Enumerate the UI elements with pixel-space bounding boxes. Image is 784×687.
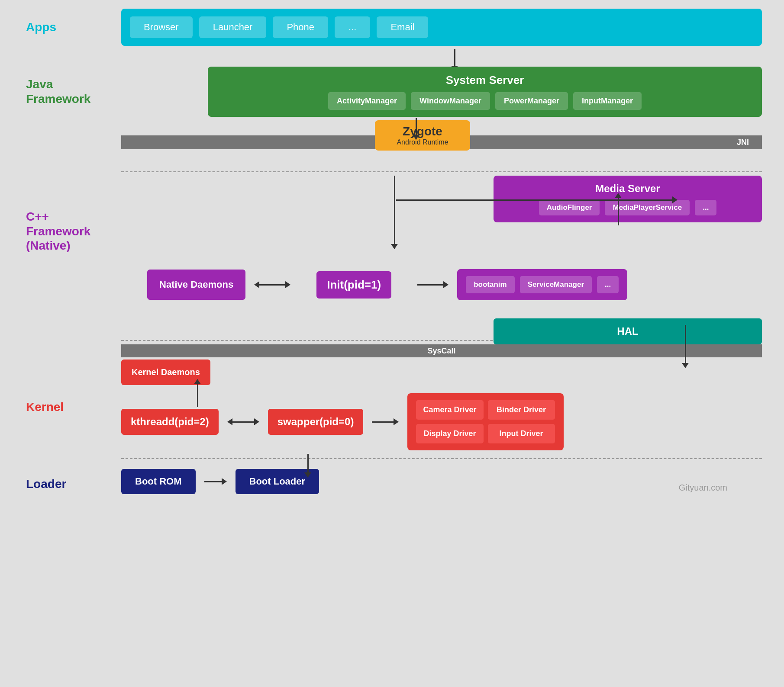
kthreadd-box: kthreadd(pid=2): [121, 409, 219, 435]
apps-bar: Browser Launcher Phone ... Email: [121, 9, 762, 46]
arrow-bootrom-bootloader: [204, 478, 227, 485]
arrow-init-mediaserver: [618, 197, 619, 225]
init-row: Native Daemons Init(pid=1): [121, 269, 762, 305]
app-browser: Browser: [130, 16, 193, 38]
app-phone: Phone: [273, 16, 328, 38]
arrow-init-services: [417, 281, 448, 288]
arrow-swapper-down: [307, 454, 309, 473]
swapper-box: swapper(pid=0): [268, 409, 364, 435]
arrow-zygote-init: [394, 176, 395, 245]
system-server-items: ActivityManager WindowManager PowerManag…: [218, 92, 752, 110]
loader-layer: Loader Boot ROM: [26, 462, 762, 506]
driver-input: Input Driver: [488, 424, 555, 443]
hal-box-wrapper: HAL: [494, 314, 762, 344]
arrow-kthreadd-swapper: [227, 418, 259, 425]
driver-display: Display Driver: [416, 424, 483, 443]
svc-servicemanager: ServiceManager: [520, 276, 592, 293]
media-server-box: Media Server AudioFlinger MediaPlayerSer…: [494, 176, 762, 222]
loader-label: Loader: [26, 477, 113, 491]
arrow-apps-to-ss: [121, 49, 762, 67]
app-launcher: Launcher: [199, 16, 267, 38]
ss-window: WindowManager: [411, 92, 490, 110]
media-server-title: Media Server: [504, 183, 752, 195]
kernel-content: Kernel Daemons kthreadd(pid=2): [121, 360, 762, 455]
jni-label: JNI: [737, 138, 749, 147]
ss-power: PowerManager: [495, 92, 568, 110]
native-daemons-box: Native Daemons: [147, 270, 245, 300]
zygote-box: Zygote Android Runtime: [375, 120, 470, 151]
arrow-hal-drivers: [685, 325, 686, 364]
services-box: bootanim ServiceManager ...: [457, 269, 627, 300]
arrow-ss-zygote: [416, 118, 417, 135]
main-diagram: Apps Browser Launcher Phone ... Email Ja…: [0, 0, 784, 687]
arrow-swapper-drivers: [372, 418, 399, 425]
kernel-bottom-row: kthreadd(pid=2) swapper(pid=0): [121, 393, 762, 450]
ss-input: InputManager: [573, 92, 642, 110]
divider-java-native: [121, 171, 762, 172]
boot-rom-box: Boot ROM: [121, 469, 196, 494]
hal-box: HAL: [494, 318, 762, 344]
ms-audioflinger: AudioFlinger: [539, 200, 600, 215]
zygote-subtitle: Android Runtime: [388, 138, 457, 146]
native-layer: C++ Framework (Native) Media Server Audi…: [26, 176, 762, 314]
syscall-wrapper: SysCall: [121, 344, 762, 357]
java-label: Java Framework: [26, 77, 113, 106]
drivers-box: Camera Driver Binder Driver Display Driv…: [407, 393, 563, 450]
ss-activity: ActivityManager: [328, 92, 406, 110]
svc-ellipsis: ...: [597, 276, 619, 293]
app-email: Email: [377, 16, 428, 38]
kernel-layer: Kernel Kernel Daemons: [26, 360, 762, 455]
system-server-box: System Server ActivityManager WindowMana…: [208, 67, 762, 117]
divider-kernel-loader: [121, 458, 762, 459]
arrow-kthreadd-up: [197, 383, 198, 407]
native-content: Media Server AudioFlinger MediaPlayerSer…: [121, 176, 762, 314]
syscall-bar: SysCall: [121, 344, 762, 357]
arrow-to-mediaserver: [396, 199, 673, 201]
cpp-label: C++ Framework (Native): [26, 209, 113, 253]
system-server-title: System Server: [218, 74, 752, 87]
driver-binder: Binder Driver: [488, 400, 555, 420]
watermark: Gityuan.com: [679, 483, 727, 493]
apps-content: Browser Launcher Phone ... Email: [121, 9, 762, 46]
app-ellipsis: ...: [335, 16, 370, 38]
java-content: System Server ActivityManager WindowMana…: [121, 67, 762, 117]
ms-ellipsis: ...: [695, 200, 716, 215]
driver-camera: Camera Driver: [416, 400, 483, 420]
zygote-title: Zygote: [388, 125, 457, 138]
kernel-label: Kernel: [26, 400, 113, 414]
loader-content: Boot ROM Boot Loader: [121, 469, 762, 494]
media-server-items: AudioFlinger MediaPlayerService ...: [504, 200, 752, 215]
apps-label: Apps: [26, 20, 113, 35]
arrow-daemons-init: [254, 281, 290, 288]
apps-layer: Apps Browser Launcher Phone ... Email: [26, 9, 762, 46]
init-box: Init(pid=1): [316, 271, 391, 299]
jni-layer: JNI Zygote Android Runtime: [26, 120, 762, 168]
java-layer: Java Framework System Server ActivityMan…: [26, 67, 762, 117]
svc-bootanim: bootanim: [466, 276, 515, 293]
